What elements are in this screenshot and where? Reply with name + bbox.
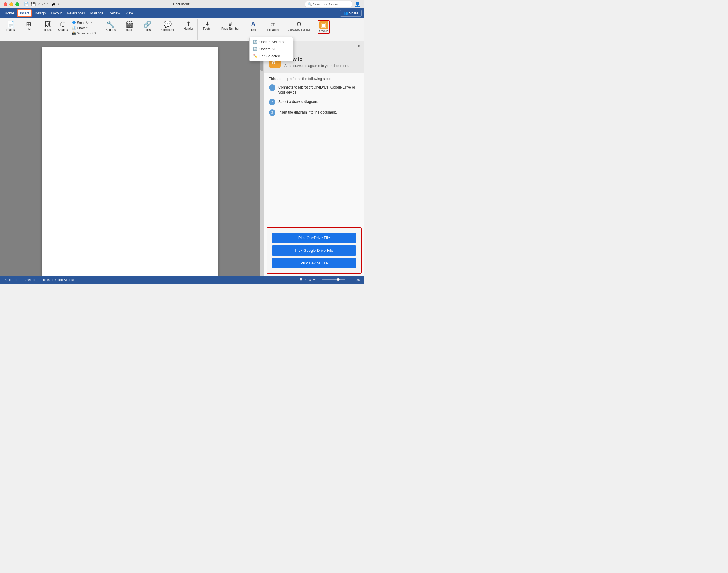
smartart-button[interactable]: 🔷 SmartArt ▼ <box>70 20 98 25</box>
close-button[interactable] <box>4 2 7 6</box>
ribbon: 📄 Pages ⊞ Table 🖼 Pictures ⬡ Shapes <box>0 18 364 41</box>
minimize-button[interactable] <box>9 2 13 6</box>
zoom-level: 170% <box>352 278 360 281</box>
zoom-slider[interactable] <box>322 279 345 280</box>
document-page <box>42 47 219 276</box>
view-icon-1[interactable]: ☰ <box>299 278 302 282</box>
language: English (United States) <box>41 278 74 281</box>
search-icon: 🔍 <box>308 2 312 6</box>
menu-view[interactable]: View <box>123 10 135 16</box>
zoom-plus[interactable]: + <box>348 278 350 281</box>
context-update-all[interactable]: 🔄 Update All <box>249 46 293 53</box>
page-info: Page 1 of 1 <box>4 278 20 281</box>
brand-text: draw.io Adds draw.io diagrams to your do… <box>284 56 349 68</box>
document-title: Document1 <box>173 2 191 6</box>
ribbon-group-equation: π Equation <box>263 19 283 40</box>
menu-home[interactable]: Home <box>2 10 16 16</box>
ribbon-group-pagenumber: # Page Number <box>217 19 244 40</box>
pick-googledrive-button[interactable]: Pick Google Drive File <box>272 245 356 256</box>
drawio-button[interactable]: ▣ draw.io <box>318 20 330 34</box>
view-icon-4[interactable]: ═ <box>313 278 316 282</box>
header-button[interactable]: ⬆ Header <box>182 20 195 32</box>
addins-button[interactable]: 🔧 Add-ins <box>104 20 117 33</box>
advsymbol-button[interactable]: Ω Advanced Symbol <box>287 20 311 32</box>
step-1-num: 1 <box>269 85 276 91</box>
share-button[interactable]: 👥 Share <box>340 10 361 17</box>
menu-bar-right: 👥 Share <box>340 10 361 17</box>
context-edit-selected[interactable]: ✏️ Edit Selected <box>249 53 293 60</box>
menu-design[interactable]: Design <box>32 10 48 16</box>
media-icon: 🎬 <box>125 21 133 28</box>
menu-insert[interactable]: Insert <box>17 9 32 17</box>
stacked-buttons: 🔷 SmartArt ▼ 📊 Chart ▼ 📸 Screenshot ▼ <box>70 20 98 36</box>
ribbon-group-header: ⬆ Header <box>180 19 198 40</box>
screenshot-button[interactable]: 📸 Screenshot ▼ <box>70 31 98 36</box>
maximize-button[interactable] <box>15 2 19 6</box>
pagenumber-button[interactable]: # Page Number <box>220 20 241 32</box>
search-bar[interactable]: 🔍 Search in Document <box>305 1 352 7</box>
ribbon-group-advsymbol: Ω Advanced Symbol <box>284 19 314 40</box>
ribbon-group-illustrations: 🖼 Pictures ⬡ Shapes 🔷 SmartArt ▼ 📊 Chart… <box>38 19 100 40</box>
dropdown-icon[interactable]: ▼ <box>57 3 60 6</box>
ribbon-group-media: 🎬 Media <box>121 19 138 40</box>
drawio-icon: ▣ <box>319 21 328 29</box>
smartart-caret: ▼ <box>91 21 93 24</box>
context-update-selected[interactable]: 🔄 Update Selected <box>249 39 293 46</box>
menu-layout[interactable]: Layout <box>49 10 64 16</box>
equation-button[interactable]: π Equation <box>265 20 281 33</box>
chart-caret: ▼ <box>86 27 88 29</box>
step-2-num: 2 <box>269 99 276 105</box>
search-placeholder: Search in Document <box>313 2 342 6</box>
document-scrollbar[interactable] <box>260 41 264 276</box>
footer-button[interactable]: ⬇ Footer <box>201 20 213 32</box>
pagenumber-icon: # <box>229 21 232 27</box>
word-count: 0 words <box>25 278 36 281</box>
shapes-button[interactable]: ⬡ Shapes <box>56 20 69 33</box>
context-menu: 🔄 Update Selected 🔄 Update All ✏️ Edit S… <box>249 37 293 61</box>
pages-button[interactable]: 📄 Pages <box>5 20 16 33</box>
redo-icon[interactable]: ↪ <box>47 2 50 6</box>
print-icon[interactable]: 🖨 <box>51 2 56 6</box>
share-icon: 👥 <box>343 11 348 15</box>
menu-review[interactable]: Review <box>106 10 123 16</box>
chart-button[interactable]: 📊 Chart ▼ <box>70 25 98 30</box>
undo2-icon[interactable]: ↩ <box>42 2 45 6</box>
shapes-icon: ⬡ <box>60 21 66 28</box>
step-1-text: Connects to Microsoft OneDrive, Google D… <box>278 85 359 95</box>
pages-icon: 📄 <box>7 21 15 28</box>
view-icon-3[interactable]: ≡ <box>309 278 311 282</box>
pictures-button[interactable]: 🖼 Pictures <box>41 20 55 33</box>
text-icon: A <box>251 21 256 28</box>
undo-icon[interactable]: ↩ <box>37 2 40 6</box>
zoom-minus[interactable]: − <box>318 278 320 281</box>
ribbon-group-addins: 🔧 Add-ins <box>101 19 120 40</box>
smartart-icon: 🔷 <box>72 20 76 24</box>
drawio-panel: draw.io × d draw.io Adds draw.io diagram… <box>264 41 364 276</box>
table-button[interactable]: ⊞ Table <box>23 20 35 32</box>
pick-onedrive-button[interactable]: Pick OneDrive File <box>272 233 356 243</box>
media-button[interactable]: 🎬 Media <box>124 20 135 33</box>
comment-icon: 💬 <box>163 21 172 28</box>
menu-references[interactable]: References <box>64 10 87 16</box>
title-bar-right: 🔍 Search in Document 👤 <box>305 1 360 7</box>
addins-icon: 🔧 <box>106 21 114 28</box>
view-icon-2[interactable]: ⊡ <box>304 278 307 282</box>
ribbon-group-pages: 📄 Pages <box>2 19 19 40</box>
steps-section: This add-in performs the following steps… <box>264 77 364 125</box>
comment-button[interactable]: 💬 Comment <box>159 20 176 33</box>
menu-mailings[interactable]: Mailings <box>88 10 106 16</box>
share-label: Share <box>349 11 358 15</box>
panel-close-button[interactable]: × <box>358 44 360 49</box>
ribbon-group-comment: 💬 Comment <box>157 19 178 40</box>
links-icon: 🔗 <box>143 21 151 28</box>
pick-device-button[interactable]: Pick Device File <box>272 258 356 268</box>
status-bar-right: ☰ ⊡ ≡ ═ − + 170% <box>299 278 360 282</box>
save-icon[interactable]: 💾 <box>31 2 36 6</box>
ribbon-group-footer: ⬇ Footer <box>199 19 216 40</box>
quick-access-icon: 📄 <box>24 2 29 6</box>
links-button[interactable]: 🔗 Links <box>142 20 153 33</box>
document-canvas[interactable] <box>0 41 260 276</box>
ribbon-group-text: A Text <box>245 19 262 40</box>
text-button[interactable]: A Text <box>247 20 259 33</box>
traffic-lights <box>4 2 19 6</box>
